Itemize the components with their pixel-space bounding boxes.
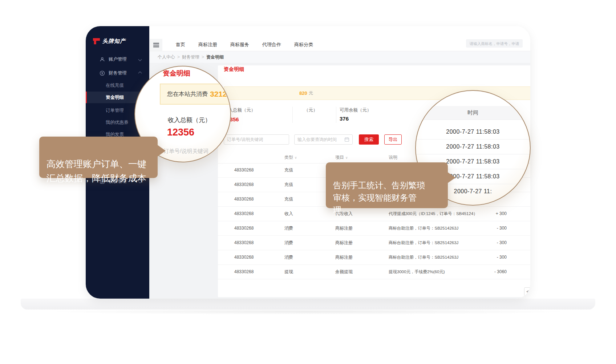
callout-right: 告别手工统计、告别繁琐 审核，实现智能财务管 理。 [326,162,448,208]
cell-order: 48330268 [234,250,254,264]
breadcrumb-part[interactable]: 财务管理 [182,54,199,60]
export-button[interactable]: 导出 [384,134,402,145]
sidebar-item-label: 财务管理 [109,70,127,76]
cell-project: 商标注册 [335,250,353,264]
cell-type: 充值 [284,178,293,192]
keyword-filter-input[interactable] [224,134,289,145]
cell-balance [530,163,530,177]
cell-desc: 商标自助注册，订单号：SB2514263J [389,236,458,250]
cell-order: 48330268 [234,221,254,235]
banner-amount: 820 [299,90,307,96]
cell-type: 充值 [284,192,293,206]
cell-type: 消费 [284,221,293,235]
sidebar-item-label: 订单管理 [106,108,124,114]
calendar-icon[interactable] [344,137,349,142]
magnified-banner: 您在本站共消费 32124 大 [160,84,231,105]
cell-balance: ¥ 12231 [530,207,530,221]
chevron-down-icon: ∨ [295,156,297,159]
cell-balance: ¥ 12231 [530,221,530,235]
magnified-income-label: 收入总额（元） [168,116,211,124]
cell-amount: - 300 [479,221,507,235]
magnified-keyword-placeholder: 订单号/说明关键词 [163,148,208,155]
cell-order: 48330268 [234,207,254,221]
magnified-page-title: 资金明细 [163,69,190,78]
cell-type: 消费 [284,236,293,250]
sidebar-item-label: 账户管理 [109,56,127,62]
search-button[interactable]: 搜索 [359,134,379,145]
finance-icon [100,70,105,76]
cell-amount: - 300 [479,250,507,264]
chevron-up-icon [138,71,142,75]
stat-divider [336,107,336,123]
cell-order: 48330268 [234,192,254,206]
nav-link-1[interactable]: 首页 [172,39,189,50]
callout-arrow-icon [157,145,166,157]
brand-name: 头牌知产 [102,38,126,45]
cell-type: 收入 [284,207,293,221]
cell-order: 48330268 [234,236,254,250]
nav-link-5[interactable]: 商标分类 [291,39,317,50]
hamburger-menu-icon[interactable] [150,39,162,51]
cell-desc: 代理提成300元（ID:1245，订单号：SB45124） [389,207,478,221]
cell-desc: 提现3000元，手续费2%(60元) [389,265,445,279]
table-row: 48330268收入代理收入代理提成300元（ID:1245，订单号：SB451… [218,207,530,221]
chevron-down-icon: ∨ [345,156,348,159]
magnified-time-value: 2000-7-27 11:58:03 [416,124,530,139]
sidebar-item-finance[interactable]: 财务管理 [86,67,149,79]
table-header-desc: 说明 [389,154,397,161]
cell-amount: + 300 [479,207,507,221]
nav-link-2[interactable]: 商标注册 [195,39,221,50]
page-title: 资金明细 [224,66,244,73]
table-row: 48330268消费商标注册商标自助注册，订单号：SB2514263J- 300… [218,250,530,265]
sidebar-item-label: 我的优惠券 [106,120,129,126]
stat-divider [292,107,293,123]
cell-project: 商标注册 [335,221,353,235]
breadcrumb-bar: 个人中心>财务管理>资金明细 [149,51,530,63]
brand-logo[interactable]: 头牌知产 [93,38,126,45]
breadcrumb-separator: > [177,54,180,60]
available-balance-label: 可用余额（元） [340,107,372,113]
nav-link-3[interactable]: 商标服务 [227,39,253,50]
cell-type: 充值 [284,163,293,177]
cell-type: 提现 [284,265,293,279]
pagination-prev-button[interactable]: < [524,287,530,296]
laptop-base [21,299,595,310]
cell-project: 余额提现 [335,265,353,279]
cell-type: 消费 [284,250,293,264]
breadcrumb: 个人中心>财务管理>资金明细 [158,54,224,60]
sidebar-item-account[interactable]: 账户管理 [86,53,149,65]
nav-link-4[interactable]: 代理合作 [259,39,285,50]
magnified-time-value: 2000-7-27 11:58:03 [416,139,530,154]
cell-balance [530,178,530,192]
cell-desc: 商标自助注册，订单号：SB2514263J [389,221,458,235]
cell-order: 48330268 [234,265,254,279]
cell-order: 48330268 [234,178,254,192]
table-header-type[interactable]: 类型∨ [284,154,297,161]
user-icon [100,57,105,62]
breadcrumb-part[interactable]: 个人中心 [158,54,175,60]
magnified-time-header: 时间 [416,106,530,120]
breadcrumb-part[interactable]: 资金明细 [206,54,224,60]
table-header-project[interactable]: 项目∨ [335,154,348,161]
cell-balance: ¥ 12231 [530,250,530,264]
cell-order: 48330268 [234,163,254,177]
cell-project: 商标注册 [335,236,353,250]
banner-unit: 元 [309,90,313,96]
cell-amount: - 300 [479,236,507,250]
brand-logo-icon [93,38,100,44]
table-row: 48330268消费商标注册商标自助注册，订单号：SB2514263J- 300… [218,221,530,236]
cell-amount: - 3060 [479,265,507,279]
callout-arrow-icon [447,172,455,183]
magnified-income-value: 12356 [167,127,194,138]
trademark-search-input[interactable] [466,39,523,48]
sidebar-item-label: 资金明细 [106,94,124,101]
sidebar-item-label: 在线充值 [106,82,124,89]
cell-balance [530,192,530,206]
chevron-down-icon [138,57,142,61]
pagination: <12345 [524,287,530,296]
time-filter-input[interactable] [294,134,353,145]
breadcrumb-separator: > [202,54,204,60]
callout-left: 高效管理账户订单、一键 汇总数据，降低财务成本 [39,137,158,178]
cell-balance: ¥ 12231 [530,265,530,279]
available-balance-value: 376 [340,116,349,122]
